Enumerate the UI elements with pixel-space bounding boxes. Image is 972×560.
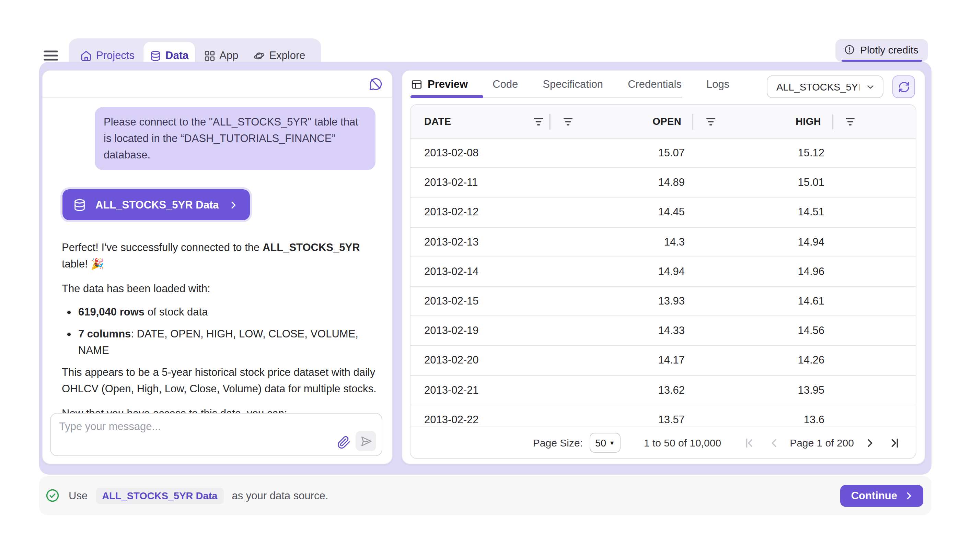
dataset-card-label: ALL_STOCKS_5YR Data (95, 198, 219, 211)
filter-icon[interactable] (562, 116, 573, 127)
alert-circle-icon (844, 43, 855, 55)
filter-icon[interactable] (533, 116, 543, 127)
first-page-button[interactable] (742, 435, 757, 450)
cell-date: 2013-02-22 (410, 413, 550, 426)
chat-header (43, 71, 392, 98)
grid-body: 2013-02-08 15.07 15.12 2013-02-11 14.89 … (410, 138, 916, 427)
dataset-card-button[interactable]: ALL_STOCKS_5YR Data (62, 189, 249, 220)
bullet-bold: 619,040 rows (78, 306, 144, 318)
grid-icon (204, 50, 215, 62)
column-header-partial[interactable] (833, 105, 917, 138)
tab-label: Credentials (628, 78, 682, 90)
grid-pagination-bar: Page Size: 50 ▼ 1 to 50 of 10,000 Page 1… (410, 427, 916, 458)
cell-date: 2013-02-14 (410, 265, 550, 278)
page-indicator-text: Page 1 of 200 (790, 437, 854, 448)
dataset-dropdown-value: ALL_STOCKS_5YR D... (776, 81, 860, 92)
menu-hamburger-icon[interactable] (43, 47, 59, 64)
cell-date: 2013-02-12 (410, 206, 550, 218)
refresh-icon (898, 81, 910, 93)
plotly-credits-button[interactable]: Plotly credits (835, 39, 928, 62)
cell-open: 14.33 (550, 324, 693, 337)
tab-preview[interactable]: Preview (410, 78, 468, 90)
column-header-high[interactable]: HIGH (693, 105, 833, 138)
reply-text-bold: ALL_STOCKS_5YR (263, 242, 360, 253)
continue-label: Continue (851, 490, 897, 502)
table-row[interactable]: 2013-02-15 13.93 14.61 (410, 287, 916, 316)
preview-panel: Preview Code Specification Credentials L… (402, 70, 925, 464)
tab-specification[interactable]: Specification (543, 78, 603, 90)
cell-high: 14.94 (693, 236, 833, 248)
cell-open: 14.17 (550, 354, 693, 367)
cell-open: 14.3 (550, 236, 693, 248)
last-page-button[interactable] (887, 435, 902, 450)
tab-logs[interactable]: Logs (706, 78, 729, 90)
filter-icon[interactable] (845, 116, 855, 127)
table-row[interactable]: 2013-02-12 14.45 14.51 (410, 198, 916, 227)
row-range-text: 1 to 50 of 10,000 (644, 437, 721, 448)
bullet-item: 7 columns: DATE, OPEN, HIGH, LOW, CLOSE,… (78, 326, 386, 359)
paperclip-icon[interactable] (337, 435, 351, 449)
cell-high: 14.56 (693, 324, 833, 337)
filter-icon[interactable] (705, 116, 716, 127)
continue-button[interactable]: Continue (840, 485, 923, 507)
user-message-bubble: Please connect to the "ALL_STOCKS_5YR" t… (95, 107, 375, 170)
reply-text: table! 🎉 (62, 258, 104, 270)
cell-open: 14.94 (550, 265, 693, 278)
chat-panel: Please connect to the "ALL_STOCKS_5YR" t… (42, 70, 393, 464)
cell-high: 13.95 (693, 384, 833, 396)
data-source-footer: Use ALL_STOCKS_5YR Data as your data sou… (39, 476, 932, 515)
column-header-date[interactable]: DATE (410, 105, 550, 138)
table-row[interactable]: 2013-02-13 14.3 14.94 (410, 227, 916, 257)
planet-icon (253, 50, 265, 62)
cell-date: 2013-02-11 (410, 177, 550, 189)
cell-open: 13.57 (550, 413, 693, 426)
nav-label: Projects (96, 49, 135, 62)
tab-code[interactable]: Code (492, 78, 518, 90)
tab-credentials[interactable]: Credentials (628, 78, 682, 90)
cell-high: 14.26 (693, 354, 833, 367)
previous-page-button[interactable] (766, 435, 781, 450)
data-grid: DATE OPEN HIGH (410, 104, 917, 459)
check-circle-icon (45, 488, 60, 503)
database-icon (150, 50, 161, 62)
table-row[interactable]: 2013-02-19 14.33 14.56 (410, 316, 916, 346)
chat-message-list: Please connect to the "ALL_STOCKS_5YR" t… (43, 99, 392, 414)
cell-date: 2013-02-08 (410, 147, 550, 159)
next-page-button[interactable] (862, 435, 877, 450)
tab-label: Preview (428, 78, 468, 90)
bullet-bold: 7 columns (78, 328, 131, 340)
table-row[interactable]: 2013-02-08 15.07 15.12 (410, 138, 916, 168)
nav-label: Data (166, 49, 188, 62)
home-icon (80, 50, 92, 62)
clear-chat-icon[interactable] (369, 77, 383, 91)
cell-date: 2013-02-19 (410, 324, 550, 337)
table-row[interactable]: 2013-02-21 13.62 13.95 (410, 375, 916, 405)
cell-open: 14.45 (550, 206, 693, 218)
refresh-button[interactable] (892, 75, 915, 98)
send-icon (360, 435, 372, 447)
bullet-item: 619,040 rows of stock data (78, 304, 386, 320)
table-row[interactable]: 2013-02-20 14.17 14.26 (410, 346, 916, 375)
tab-label: Specification (543, 78, 603, 90)
column-label: HIGH (796, 116, 821, 127)
send-button[interactable] (356, 431, 376, 451)
cell-date: 2013-02-20 (410, 354, 550, 367)
chevron-down-icon (865, 81, 876, 92)
page-size-select[interactable]: 50 ▼ (590, 433, 621, 453)
message-input[interactable] (51, 413, 381, 455)
tab-label: Logs (706, 78, 729, 90)
assistant-message: Perfect! I've successfully connected to … (62, 239, 386, 414)
table-row[interactable]: 2013-02-11 14.89 15.01 (410, 168, 916, 198)
reply-text: Perfect! I've successfully connected to … (62, 242, 263, 253)
cell-high: 14.96 (693, 265, 833, 278)
dataset-dropdown[interactable]: ALL_STOCKS_5YR D... (767, 75, 883, 98)
column-header-open[interactable]: OPEN (550, 105, 693, 138)
cell-date: 2013-02-15 (410, 295, 550, 307)
table-row[interactable]: 2013-02-22 13.57 13.6 (410, 405, 916, 427)
credits-label: Plotly credits (860, 43, 918, 55)
cell-date: 2013-02-21 (410, 384, 550, 396)
preview-tabs-row: Preview Code Specification Credentials L… (402, 71, 925, 98)
cell-open: 14.89 (550, 177, 693, 189)
table-row[interactable]: 2013-02-14 14.94 14.96 (410, 257, 916, 287)
cell-date: 2013-02-13 (410, 236, 550, 248)
